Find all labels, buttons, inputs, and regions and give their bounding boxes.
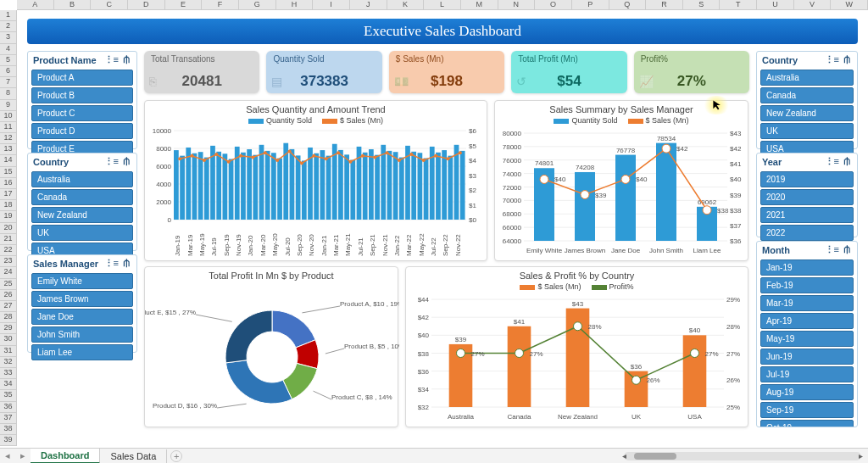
horizontal-scrollbar[interactable]: ◂ ▸ <box>624 452 861 460</box>
slicer-item[interactable]: John Smith <box>31 326 133 343</box>
slicer-item[interactable]: 2022 <box>760 225 854 241</box>
chart-sales-by-manager[interactable]: Sales Summary by Sales Manager Quantity … <box>494 100 748 261</box>
slicer-item[interactable]: Jul-19 <box>760 366 854 382</box>
sheet-tab-salesdata[interactable]: Sales Data <box>100 449 167 463</box>
clear-filter-icon[interactable]: ⫛ <box>843 156 852 167</box>
svg-text:Liam Lee: Liam Lee <box>693 247 721 254</box>
svg-rect-35 <box>241 153 246 220</box>
svg-rect-68 <box>375 155 380 220</box>
slicer-item[interactable]: New Zealand <box>760 105 854 121</box>
clear-filter-icon[interactable]: ⫛ <box>843 244 852 255</box>
multi-select-icon[interactable]: ⋮≡ <box>825 244 839 255</box>
slicer-item[interactable]: New Zealand <box>31 207 133 223</box>
slicer-country-right[interactable]: Country ⋮≡⫛ AustraliaCanadaNew ZealandUK… <box>756 51 858 149</box>
svg-text:8000: 8000 <box>156 145 171 153</box>
svg-text:UK: UK <box>632 413 642 421</box>
multi-select-icon[interactable]: ⋮≡ <box>104 258 119 269</box>
slicer-item[interactable]: Product B <box>31 87 133 103</box>
svg-rect-67 <box>369 149 374 220</box>
slicer-item[interactable]: Product A <box>31 70 133 86</box>
svg-text:64000: 64000 <box>503 237 522 245</box>
slicer-item[interactable]: Apr-19 <box>760 313 854 329</box>
svg-point-110 <box>409 153 413 156</box>
clear-filter-icon[interactable]: ⫛ <box>122 54 131 65</box>
kpi-icon: 📈 <box>639 75 654 88</box>
svg-text:$40: $40 <box>554 176 566 183</box>
slicer-title: Country <box>762 55 798 65</box>
svg-rect-73 <box>393 152 398 220</box>
svg-text:Sep-21: Sep-21 <box>369 234 376 256</box>
slicer-item[interactable]: Emily White <box>31 273 133 289</box>
clear-filter-icon[interactable]: ⫛ <box>122 156 131 167</box>
svg-text:Emily White: Emily White <box>526 247 563 254</box>
kpi-row: Total Transations20481⎘Quantity Sold3733… <box>144 51 749 93</box>
svg-text:$40: $40 <box>636 176 648 183</box>
slicer-item[interactable]: Liam Lee <box>31 344 133 360</box>
svg-text:Jul-22: Jul-22 <box>430 237 437 256</box>
slicer-country-left[interactable]: Country ⋮≡⫛ AustraliaCanadaNew ZealandUK… <box>27 153 137 251</box>
chart-sales-profit-by-country[interactable]: Sales & Profit % by Country $ Sales (Mn)… <box>405 266 748 427</box>
svg-text:$34: $34 <box>418 386 430 393</box>
slicer-item[interactable]: Feb-19 <box>760 277 854 293</box>
slicer-product[interactable]: Product Name ⋮≡⫛ Product AProduct BProdu… <box>27 51 137 149</box>
slicer-item[interactable]: Mar-19 <box>760 295 854 311</box>
chart-profit-by-product[interactable]: Total Profit In Mn $ by Product Product … <box>144 266 398 427</box>
svg-text:27%: 27% <box>471 350 485 358</box>
svg-point-162 <box>662 144 670 153</box>
multi-select-icon[interactable]: ⋮≡ <box>825 54 839 65</box>
slicer-item[interactable]: Oct-19 <box>760 420 854 427</box>
svg-text:New Zealand: New Zealand <box>558 413 598 421</box>
svg-text:Mar-20: Mar-20 <box>259 234 267 256</box>
slicer-item[interactable]: UK <box>760 123 854 139</box>
svg-rect-61 <box>344 154 349 220</box>
sheet-tab-add[interactable]: + <box>170 450 182 462</box>
slicer-month[interactable]: Month ⋮≡⫛ Jan-19Feb-19Mar-19Apr-19May-19… <box>756 241 858 427</box>
sheet-nav-first[interactable]: ◂ <box>0 450 15 461</box>
svg-text:Nov-21: Nov-21 <box>381 234 389 256</box>
slicer-item[interactable]: Canada <box>760 87 854 103</box>
svg-rect-38 <box>253 155 258 220</box>
multi-select-icon[interactable]: ⋮≡ <box>825 156 839 167</box>
svg-text:$2: $2 <box>469 187 476 194</box>
clear-filter-icon[interactable]: ⫛ <box>843 54 852 65</box>
chart-quantity-amount-trend[interactable]: Sales Quantity and Amount Trend Quantity… <box>144 100 487 261</box>
svg-point-108 <box>386 151 389 154</box>
slicer-item[interactable]: Jan-19 <box>760 259 854 276</box>
slicer-item[interactable]: 2021 <box>760 207 854 223</box>
scroll-thumb[interactable] <box>634 453 676 460</box>
clear-filter-icon[interactable]: ⫛ <box>122 258 131 269</box>
svg-rect-86 <box>448 156 453 220</box>
slicer-item[interactable]: May-19 <box>760 331 854 347</box>
sheet-tab-dashboard[interactable]: Dashboard <box>31 449 100 464</box>
multi-select-icon[interactable]: ⋮≡ <box>104 156 119 167</box>
svg-text:78000: 78000 <box>503 143 522 151</box>
slicer-item[interactable]: UK <box>31 225 133 241</box>
svg-rect-207 <box>683 335 707 407</box>
svg-text:$40: $40 <box>689 326 701 334</box>
slicer-item[interactable]: Canada <box>31 189 133 205</box>
svg-rect-26 <box>204 158 209 220</box>
slicer-item[interactable]: 2019 <box>760 171 854 187</box>
sheet-nav-prev[interactable]: ▸ <box>15 450 31 461</box>
multi-select-icon[interactable]: ⋮≡ <box>104 54 119 65</box>
svg-text:Jul-19: Jul-19 <box>210 237 218 256</box>
slicer-item[interactable]: Product D <box>31 123 133 139</box>
svg-text:0: 0 <box>168 216 172 224</box>
svg-point-97 <box>251 156 254 159</box>
slicer-item[interactable]: 2020 <box>760 189 854 205</box>
svg-point-214 <box>574 322 582 331</box>
slicer-item[interactable]: Jun-19 <box>760 349 854 365</box>
svg-text:$39: $39 <box>595 192 607 199</box>
slicer-item[interactable]: Aug-19 <box>760 384 854 400</box>
slicer-sales-manager[interactable]: Sales Manager ⋮≡⫛ Emily WhiteJames Brown… <box>27 254 137 353</box>
slicer-item[interactable]: Product C <box>31 105 133 121</box>
svg-text:John Smith: John Smith <box>649 247 683 254</box>
slicer-year[interactable]: Year ⋮≡⫛ 2019202020212022 <box>756 153 858 237</box>
slicer-item[interactable]: Australia <box>760 70 854 86</box>
slicer-item[interactable]: Sep-19 <box>760 402 854 418</box>
svg-line-170 <box>314 391 331 399</box>
slicer-item[interactable]: James Brown <box>31 291 133 307</box>
slicer-item[interactable]: Jane Doe <box>31 309 133 325</box>
slicer-title: Sales Manager <box>33 259 98 269</box>
slicer-item[interactable]: Australia <box>31 171 133 187</box>
